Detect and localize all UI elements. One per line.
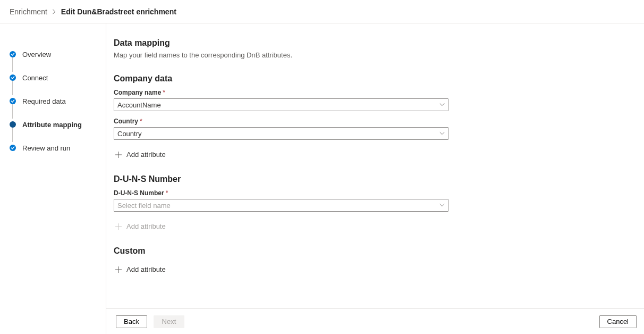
check-icon xyxy=(10,98,16,104)
combobox-placeholder: Select field name xyxy=(117,202,171,210)
breadcrumb: Enrichment Edit Dun&Bradstreet enrichmen… xyxy=(0,0,644,23)
duns-number-combobox[interactable]: Select field name xyxy=(114,199,448,212)
chevron-down-icon xyxy=(439,203,445,208)
button-label: Add attribute xyxy=(126,265,166,273)
step-review-and-run[interactable]: Review and run xyxy=(10,136,106,160)
label-text: D-U-N-S Number xyxy=(114,189,164,197)
page-description: Map your field names to the correspondin… xyxy=(114,51,592,59)
check-icon xyxy=(10,51,16,57)
label-text: Country xyxy=(114,118,138,125)
duns-title: D-U-N-S Number xyxy=(114,174,592,184)
step-attribute-mapping[interactable]: Attribute mapping xyxy=(10,113,106,136)
add-attribute-custom-button[interactable]: Add attribute xyxy=(114,262,167,277)
chevron-down-icon xyxy=(439,131,445,136)
step-connect[interactable]: Connect xyxy=(10,66,106,89)
check-icon xyxy=(10,74,16,81)
button-label: Add attribute xyxy=(126,151,166,158)
cancel-button[interactable]: Cancel xyxy=(599,315,637,328)
chevron-right-icon xyxy=(52,9,57,14)
field-duns-number: D-U-N-S Number* Select field name xyxy=(114,189,592,212)
button-label: Add attribute xyxy=(126,222,166,230)
page-title: Data mapping xyxy=(114,38,592,48)
wizard-steps-sidebar: Overview Connect Required data Attribute xyxy=(0,23,106,334)
step-label: Review and run xyxy=(22,144,70,152)
next-button: Next xyxy=(154,315,184,328)
step-label: Overview xyxy=(22,51,51,59)
combobox-value: AccountName xyxy=(117,101,161,109)
step-label: Attribute mapping xyxy=(22,121,82,129)
chevron-down-icon xyxy=(439,102,445,107)
step-label: Required data xyxy=(22,97,66,105)
step-required-data[interactable]: Required data xyxy=(10,89,106,113)
step-label: Connect xyxy=(22,74,48,82)
company-name-combobox[interactable]: AccountName xyxy=(114,98,448,111)
required-asterisk: * xyxy=(166,189,168,197)
breadcrumb-root[interactable]: Enrichment xyxy=(10,7,47,16)
main-content: Data mapping Map your field names to the… xyxy=(106,23,644,334)
plus-icon xyxy=(115,151,122,158)
field-country: Country* Country xyxy=(114,118,592,140)
add-attribute-company-button[interactable]: Add attribute xyxy=(114,147,167,162)
check-icon xyxy=(10,145,16,151)
company-name-label: Company name* xyxy=(114,89,592,96)
duns-number-label: D-U-N-S Number* xyxy=(114,189,592,197)
breadcrumb-current: Edit Dun&Bradstreet enrichment xyxy=(61,7,176,16)
plus-icon xyxy=(115,266,122,273)
custom-title: Custom xyxy=(114,246,592,256)
combobox-value: Country xyxy=(117,130,142,138)
field-company-name: Company name* AccountName xyxy=(114,89,592,111)
current-step-dot-icon xyxy=(10,121,16,128)
wizard-footer: Back Next Cancel xyxy=(106,308,644,334)
plus-icon xyxy=(115,223,122,230)
country-combobox[interactable]: Country xyxy=(114,127,448,140)
required-asterisk: * xyxy=(163,89,165,96)
country-label: Country* xyxy=(114,118,592,125)
label-text: Company name xyxy=(114,89,161,96)
required-asterisk: * xyxy=(140,118,142,125)
company-data-title: Company data xyxy=(114,74,592,84)
back-button[interactable]: Back xyxy=(116,315,147,328)
add-attribute-duns-button: Add attribute xyxy=(114,219,167,233)
step-overview[interactable]: Overview xyxy=(10,43,106,66)
